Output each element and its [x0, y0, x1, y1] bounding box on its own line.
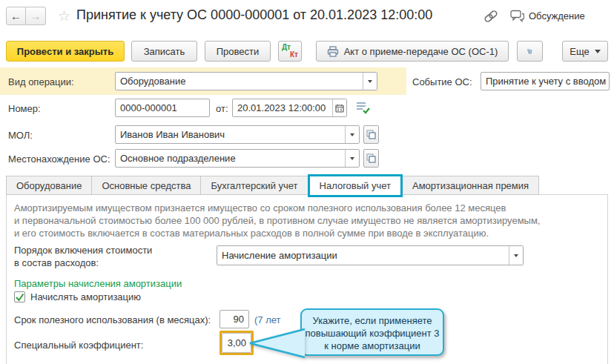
document-window: ← → ☆ Принятие к учету ОС 0000-000001 от… — [0, 0, 614, 364]
special-coefficient-input[interactable]: 3,00 — [222, 333, 251, 353]
act-print-label: Акт о приеме-передаче ОС (ОС-1) — [344, 46, 498, 57]
os-event-label: Событие ОС: — [412, 76, 472, 87]
dropdown-arrow-icon[interactable] — [345, 150, 359, 167]
number-input[interactable]: 0000-000001 — [115, 99, 210, 117]
location-select[interactable]: Основное подразделение — [115, 149, 360, 168]
mol-label: МОЛ: — [8, 130, 33, 141]
page-title: Принятие к учету ОС 0000-000001 от 20.01… — [76, 7, 432, 23]
mol-open-button[interactable] — [363, 125, 379, 144]
more-button[interactable]: Еще — [562, 41, 608, 62]
forward-button[interactable]: → — [26, 7, 46, 25]
useful-life-hint: (7 лет — [254, 314, 281, 325]
accrue-depreciation-checkbox[interactable] — [14, 291, 25, 302]
arrow-left-icon: ← — [10, 10, 22, 22]
copy-link-icon[interactable] — [483, 10, 498, 25]
discussion-label: Обсуждение — [529, 10, 585, 21]
nav-buttons: ← → — [6, 7, 46, 25]
mol-select[interactable]: Иванов Иван Иванович — [115, 125, 360, 144]
set-posting-time-icon[interactable] — [355, 101, 370, 116]
date-input[interactable]: 20.01.2023 12:00:00 — [232, 99, 347, 117]
special-coefficient-label: Специальный коэффициент: — [14, 340, 143, 351]
location-label: Местонахождение ОС: — [8, 153, 110, 165]
post-and-close-button[interactable]: Провести и закрыть — [6, 41, 125, 62]
act-print-button[interactable]: Акт о приеме-передаче ОС (ОС-1) — [316, 41, 509, 62]
useful-life-input[interactable]: 90 — [219, 310, 249, 328]
dropdown-arrow-icon[interactable] — [345, 126, 359, 143]
depreciation-section-header: Параметры начисления амортизации — [14, 278, 182, 289]
dropdown-arrow-icon[interactable] — [509, 246, 523, 265]
tab-equipment[interactable]: Оборудование — [6, 176, 92, 195]
favorite-star-icon[interactable]: ☆ — [58, 7, 70, 24]
more-label: Еще — [570, 46, 589, 57]
number-label: Номер: — [8, 103, 41, 114]
printer-icon — [327, 46, 339, 57]
tab-depreciation-bonus[interactable]: Амортизационная премия — [402, 176, 539, 195]
date-from-label: от: — [216, 103, 228, 114]
credit-label: Кт — [290, 51, 298, 59]
operation-kind-label: Вид операции: — [8, 76, 74, 87]
document-structure-button[interactable] — [517, 41, 543, 62]
document-structure-icon — [527, 45, 532, 58]
chevron-down-icon — [595, 50, 601, 53]
open-form-icon — [366, 153, 376, 163]
checkmark-icon — [15, 293, 24, 302]
callout-bubble: Укажите, если применяете повышающий коэф… — [300, 308, 444, 356]
arrow-right-icon: → — [30, 10, 42, 22]
tab-fixed-assets[interactable]: Основные средства — [91, 176, 201, 195]
dt-kt-button[interactable]: Дт Кт — [278, 41, 302, 62]
post-button[interactable]: Провести — [205, 41, 271, 62]
speech-bubble-icon — [510, 10, 524, 22]
tab-tax-accounting[interactable]: Налоговый учет — [308, 174, 403, 197]
open-form-icon — [366, 130, 376, 139]
back-button[interactable]: ← — [6, 7, 26, 25]
calendar-icon[interactable] — [332, 99, 346, 116]
os-event-input[interactable]: Принятие к учету с вводом — [481, 72, 610, 90]
dropdown-arrow-icon[interactable] — [363, 73, 377, 90]
accrue-depreciation-label: Начислять амортизацию — [30, 291, 141, 302]
useful-life-label: Срок полезного использования (в месяцах)… — [14, 314, 211, 325]
tab-strip: Оборудование Основные средства Бухгалтер… — [6, 176, 538, 197]
location-open-button[interactable] — [363, 149, 379, 168]
save-button[interactable]: Записать — [131, 41, 197, 62]
info-text: Амортизируемым имуществом признается иму… — [14, 202, 540, 239]
include-order-label: Порядок включения стоимости в состав рас… — [14, 244, 152, 269]
operation-kind-select[interactable]: Оборудование — [115, 72, 377, 90]
include-order-select[interactable]: Начисление амортизации — [217, 245, 524, 265]
callout-tail — [248, 328, 306, 359]
discussion-button[interactable]: Обсуждение — [510, 10, 585, 22]
tab-accounting[interactable]: Бухгалтерский учет — [200, 176, 308, 195]
